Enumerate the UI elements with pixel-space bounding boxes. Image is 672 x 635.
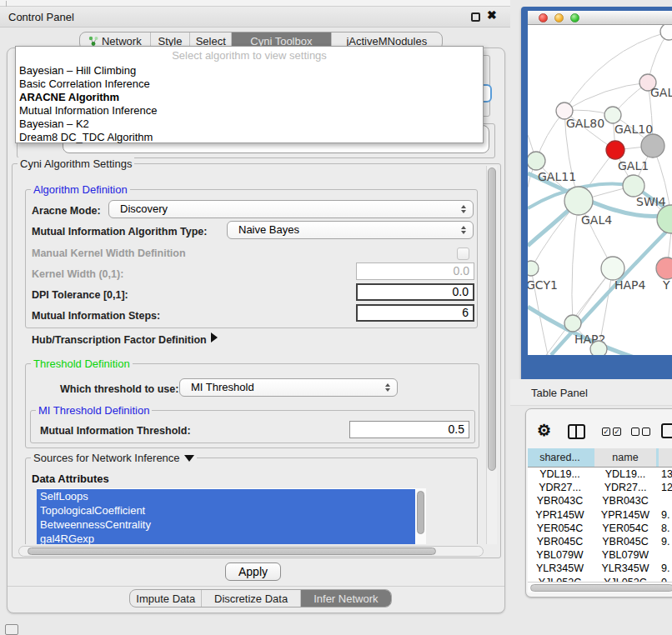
- which-threshold-combo[interactable]: MI Threshold: [179, 378, 398, 397]
- table-settings-gear-icon[interactable]: ⚙: [537, 421, 551, 440]
- graph-node-label: Y: [662, 278, 670, 292]
- close-traffic-light-icon[interactable]: [539, 13, 548, 22]
- algorithm-option[interactable]: Basic Correlation Inference: [16, 78, 483, 91]
- aracne-mode-combo[interactable]: Discovery: [108, 200, 474, 218]
- control-panel-titlebar: Control Panel ✖: [0, 7, 510, 28]
- threshold-definition-title: Threshold Definition: [31, 358, 133, 370]
- application-window: Control Panel ✖ NetworkStyleSelectCyni T…: [0, 0, 672, 635]
- select-all-icon[interactable]: ✓✓: [602, 428, 621, 436]
- table-row[interactable]: YDL19...YDL19...13: [528, 468, 672, 481]
- data-attribute-item[interactable]: BetweennessCentrality: [37, 518, 415, 532]
- graph-node-label: GAL10: [614, 122, 653, 136]
- algorithm-option[interactable]: Mutual Information Inference: [16, 104, 483, 118]
- tab-impute-data[interactable]: Impute Data: [130, 590, 201, 607]
- apply-button[interactable]: Apply: [225, 562, 281, 581]
- deselect-all-icon[interactable]: [631, 428, 650, 436]
- hub-definition-label: Hub/Transcription Factor Definition: [32, 334, 207, 346]
- table-row[interactable]: YBR043CYBR043C: [528, 494, 672, 508]
- column-header-shared-name[interactable]: shared...: [528, 448, 592, 467]
- mi-threshold-group-title: MI Threshold Definition: [36, 404, 152, 417]
- graph-node-hap4[interactable]: [601, 257, 624, 280]
- graph-node-label: GCY1: [528, 278, 558, 292]
- graph-node[interactable]: [641, 134, 664, 158]
- tab-discretize-data[interactable]: Discretize Data: [201, 590, 299, 607]
- graph-node-gcy1[interactable]: [528, 261, 539, 276]
- network-tab-icon: [88, 36, 98, 46]
- graph-node-label: HAP4: [614, 278, 646, 292]
- algorithm-option[interactable]: ARACNE Algorithm: [16, 91, 483, 104]
- settings-group-title: Cyni Algorithm Settings: [18, 158, 134, 170]
- table-mode-icon[interactable]: [661, 423, 672, 438]
- tab-infer-network[interactable]: Infer Network: [300, 590, 391, 607]
- table-row[interactable]: YBL079WYBL079W: [528, 548, 672, 562]
- table-row[interactable]: YJL052CYJL052C0.: [528, 576, 672, 582]
- data-attribute-item[interactable]: SelfLoops: [37, 489, 415, 503]
- aracne-mode-label: Aracne Mode:: [32, 205, 101, 217]
- bottom-tabs: Impute DataDiscretize DataInfer Network: [129, 589, 392, 608]
- table-row[interactable]: YER054CYER054C8.: [528, 522, 672, 535]
- column-layout-icon[interactable]: [568, 424, 585, 439]
- mi-type-label: Mutual Information Algorithm Type:: [32, 226, 207, 238]
- zoom-traffic-light-icon[interactable]: [570, 13, 579, 22]
- graph-node-label: GAL80: [566, 117, 604, 130]
- table-row[interactable]: YDR27...YDR27...12: [528, 481, 672, 494]
- close-icon[interactable]: ✖: [487, 8, 497, 22]
- which-threshold-label: Which threshold to use:: [60, 383, 178, 395]
- node-table: shared... name YDL19...YDL19...13YDR27..…: [528, 448, 672, 582]
- table-panel-title: Table Panel: [531, 387, 588, 399]
- toolbar-divider: [6, 1, 7, 7]
- mi-threshold-label: Mutual Information Threshold:: [40, 425, 191, 437]
- dpi-tolerance-input[interactable]: 0.0: [356, 283, 474, 301]
- graph-node-swi4[interactable]: [623, 175, 644, 197]
- table-row[interactable]: YPR145WYPR145W9.: [528, 508, 672, 522]
- graph-node[interactable]: [590, 341, 607, 355]
- sources-clip-region: Sources for Network Inference Data Attri…: [17, 450, 485, 544]
- settings-hscroll[interactable]: [18, 546, 484, 557]
- algorithm-dropdown-placeholder: Select algorithm to view settings: [16, 47, 483, 64]
- graph-node-y[interactable]: [656, 258, 672, 279]
- graph-node-gal10[interactable]: [604, 107, 621, 123]
- graph-node[interactable]: [660, 25, 672, 40]
- data-attribute-item[interactable]: TopologicalCoefficient: [37, 503, 415, 518]
- settings-vscroll[interactable]: [486, 166, 497, 544]
- float-window-icon[interactable]: [471, 12, 480, 22]
- algorithm-option[interactable]: Dream8 DC_TDC Algorithm: [16, 131, 483, 144]
- table-row[interactable]: YBR045CYBR045C9.: [528, 535, 672, 548]
- column-header-partial[interactable]: [656, 448, 672, 467]
- combo-arrows-icon: [385, 379, 390, 396]
- table-hscroll[interactable]: [528, 582, 672, 592]
- manual-kernel-label: Manual Kernel Width Definition: [32, 248, 186, 259]
- network-window-titlebar: [528, 11, 672, 25]
- list-vscroll[interactable]: [416, 488, 426, 544]
- algorithm-option[interactable]: Bayesian – K2: [16, 118, 483, 131]
- graph-node-gal11[interactable]: [528, 152, 545, 170]
- graph-node-hap2[interactable]: [564, 315, 581, 332]
- graph-node-label: GAL11: [538, 170, 576, 183]
- minimize-traffic-light-icon[interactable]: [554, 13, 564, 22]
- kernel-width-input[interactable]: 0.0: [356, 262, 474, 280]
- combo-arrows-icon: [461, 201, 466, 218]
- hub-expand-icon[interactable]: [211, 332, 218, 342]
- graph-node-gal1[interactable]: [606, 141, 624, 159]
- control-panel-title: Control Panel: [8, 11, 74, 23]
- graph-node-label: GAL1: [618, 159, 649, 172]
- panel-divider: [8, 586, 504, 587]
- graph-node[interactable]: [657, 205, 672, 233]
- sources-group-title: Sources for Network Inference: [33, 452, 180, 464]
- data-attribute-item[interactable]: gal4RGexp: [37, 532, 415, 544]
- table-row[interactable]: YLR345WYLR345W9.: [528, 562, 672, 575]
- algorithm-option[interactable]: Bayesian – Hill Climbing: [16, 64, 483, 78]
- manual-kernel-checkbox[interactable]: [457, 248, 469, 260]
- network-view-window: GAL2GAL80GAL10GAL1SWI4GAL11GAL4GCY1HAP4Y…: [521, 7, 672, 379]
- data-attributes-label: Data Attributes: [32, 472, 109, 485]
- graph-node-label: GAL4: [581, 213, 612, 227]
- graph-node-gal4[interactable]: [564, 187, 593, 215]
- mi-type-combo[interactable]: Naive Bayes: [227, 221, 474, 239]
- mi-steps-input[interactable]: 6: [356, 304, 474, 322]
- network-canvas[interactable]: GAL2GAL80GAL10GAL1SWI4GAL11GAL4GCY1HAP4Y…: [528, 25, 672, 355]
- mini-window-icon[interactable]: [5, 624, 18, 635]
- column-header-name[interactable]: name: [592, 448, 656, 467]
- sources-collapse-icon[interactable]: [184, 455, 194, 462]
- mi-threshold-input[interactable]: 0.5: [349, 421, 469, 438]
- mi-steps-label: Mutual Information Steps:: [32, 310, 160, 322]
